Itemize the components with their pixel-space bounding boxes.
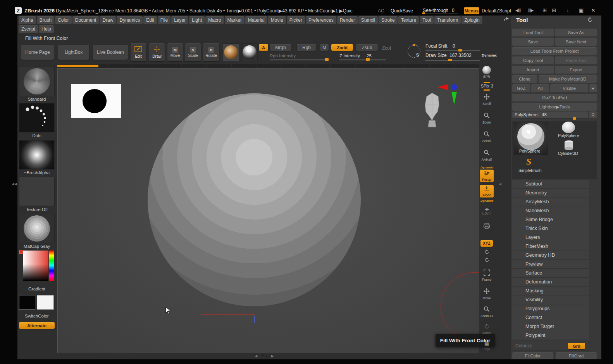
goz-r-button[interactable]: R <box>589 84 597 92</box>
menu-preferences[interactable]: Preferences <box>306 16 336 24</box>
move-mode-button[interactable]: M Move <box>167 43 183 61</box>
frame-button[interactable]: Frame <box>479 270 494 282</box>
bpr-button[interactable]: BPR <box>479 66 494 79</box>
texture-thumbnail[interactable] <box>19 177 55 206</box>
tool-section-geometry[interactable]: Geometry <box>512 189 589 197</box>
move-view-button[interactable]: Move <box>479 288 494 300</box>
tool-section-polygroups[interactable]: Polygroups <box>512 304 589 313</box>
rotate-axis2-icon[interactable] <box>484 257 489 264</box>
canvas-viewport[interactable] <box>57 68 479 353</box>
menu-movie[interactable]: Movie <box>268 16 286 24</box>
menu-stroke[interactable]: Stroke <box>379 16 398 24</box>
tool-thumb-simplebrush[interactable]: S SimpleBrush <box>514 156 548 177</box>
tool-section-thick-skin[interactable]: Thick Skin <box>512 224 589 233</box>
load-tools-from-project-button[interactable]: Load Tools From Project <box>512 47 597 55</box>
see-through-tool-button[interactable] <box>479 223 494 231</box>
tool-section-masking[interactable]: Masking <box>512 287 589 295</box>
menu-draw[interactable]: Draw <box>100 16 116 24</box>
tool-section-contact[interactable]: Contact <box>512 313 589 322</box>
scroll-right-icon[interactable]: ▶ <box>271 354 274 358</box>
floor-button[interactable]: Floor <box>480 185 494 197</box>
draw-mode-button[interactable]: Draw <box>149 43 165 61</box>
left-edge-collapse2-icon[interactable]: ◀ <box>14 182 17 186</box>
menu-zscript[interactable]: Zscript <box>19 25 38 33</box>
aahalf-button[interactable]: AAHalf <box>479 149 494 161</box>
tool-section-surface[interactable]: Surface <box>512 269 589 278</box>
current-color-swatch[interactable] <box>19 250 23 254</box>
menu-texture[interactable]: Texture <box>398 16 419 24</box>
stroke-thumbnail-dots[interactable] <box>19 103 55 132</box>
menu-marker[interactable]: Marker <box>225 16 245 24</box>
dock-right-icon[interactable]: ||||▶ <box>528 8 533 12</box>
scroll-up-icon[interactable]: ▲ <box>261 353 264 357</box>
tool-section-polypaint[interactable]: Polypaint <box>512 331 589 340</box>
tool-section-morph-target[interactable]: Morph Target <box>512 322 589 331</box>
layout-icon[interactable]: ⊞ <box>542 7 547 13</box>
zbrush-logo-icon[interactable]: Z <box>15 7 22 14</box>
goz-visible-button[interactable]: Visible <box>550 84 588 92</box>
rgb-intensity-handle[interactable] <box>325 58 329 61</box>
see-through-slider-handle[interactable] <box>422 12 425 14</box>
tool-section-fibermesh[interactable]: FiberMesh <box>512 242 589 251</box>
actual-size-button[interactable]: Actual <box>479 131 494 143</box>
scroll-down-icon[interactable]: ▼ <box>265 355 268 358</box>
mrgb-button[interactable]: Mrgb <box>270 44 291 51</box>
paste-tool-button[interactable]: Paste Tool <box>555 57 597 64</box>
menu-material[interactable]: Material <box>245 16 267 24</box>
collapse-icon[interactable]: ↓ <box>567 7 569 13</box>
m-button[interactable]: M <box>320 44 329 51</box>
tool-section-visibility[interactable]: Visibility <box>512 295 589 304</box>
stroke-gizmo-button[interactable]: S <box>407 44 422 59</box>
menu-document[interactable]: Document <box>72 16 99 24</box>
tool-section-geometry-hd[interactable]: Geometry HD <box>512 251 589 260</box>
dock-left-icon[interactable]: ◀|||| <box>515 8 520 12</box>
see-through-slider[interactable] <box>422 14 458 14</box>
brush-thumbnail-standard[interactable] <box>19 67 55 96</box>
spix-handle-top[interactable] <box>484 82 490 83</box>
tool-section-nanomesh[interactable]: NanoMesh <box>512 206 589 215</box>
rgb-intensity-slider[interactable] <box>270 59 328 60</box>
scroll-left-icon[interactable]: ◀ <box>255 354 257 358</box>
current-material-thumbnail[interactable] <box>223 43 239 61</box>
colorize-label[interactable]: Colorize <box>515 343 532 349</box>
maximize-icon[interactable]: ▣ <box>579 7 584 13</box>
sv-gradient-square[interactable] <box>23 251 48 281</box>
draw-size-dynamic-label[interactable]: Dynamic <box>482 53 497 57</box>
tool-thumb-cylinder[interactable]: Cylinder3D <box>550 139 587 158</box>
save-as-button[interactable]: Save As <box>555 29 597 36</box>
zoom3d-button[interactable]: Zoom3D <box>479 306 494 318</box>
draw-size-slider[interactable] <box>425 60 480 61</box>
tool-section-slime-bridge[interactable]: Slime Bridge <box>512 215 589 224</box>
active-tool-track[interactable] <box>512 118 588 119</box>
preview-head-model[interactable] <box>421 92 443 129</box>
polyframe-button[interactable]: ▦ PolyF <box>479 341 494 351</box>
quicksave-button[interactable]: QuickSave <box>391 8 413 14</box>
export-button[interactable]: Export <box>555 66 597 74</box>
layout-alt-icon[interactable]: ⊞ <box>552 7 556 13</box>
copy-tool-button[interactable]: Copy Tool <box>512 57 554 64</box>
goz-to-ipad-button[interactable]: GoZ To iPad <box>512 94 597 101</box>
rotate-view-button[interactable]: Rotate <box>479 324 494 335</box>
tool-section-arraymesh[interactable]: ArrayMesh <box>512 197 589 206</box>
secondary-color-swatch[interactable] <box>37 295 54 310</box>
alternate-button[interactable]: Alternate <box>19 322 55 329</box>
main-color-swatch[interactable] <box>19 295 35 310</box>
home-page-button[interactable]: Home Page <box>21 45 54 60</box>
z-intensity-handle[interactable] <box>366 58 370 61</box>
import-button[interactable]: Import <box>512 66 554 74</box>
xyz-button[interactable]: XYZ <box>480 240 493 247</box>
grd-button[interactable]: Grd <box>568 343 585 349</box>
fillgrad-button[interactable]: FillGrad <box>556 352 597 359</box>
tool-thumb-large[interactable]: PolySphere <box>514 122 548 155</box>
menu-zplugin[interactable]: Zplugin <box>461 16 482 24</box>
menu-tool[interactable]: Tool <box>420 16 434 24</box>
save-button[interactable]: Save <box>512 38 554 46</box>
a-toggle-button[interactable]: A <box>259 44 268 51</box>
hue-strip[interactable] <box>49 251 54 281</box>
menu-transform[interactable]: Transform <box>434 16 461 24</box>
tool-section-layers[interactable]: Layers <box>512 233 589 242</box>
active-tool-slider[interactable]: PolySphere. 48 <box>512 112 588 118</box>
menu-dynamics[interactable]: Dynamics <box>117 16 143 24</box>
focal-shift-slider[interactable] <box>425 50 480 51</box>
z-intensity-slider[interactable] <box>339 59 386 60</box>
